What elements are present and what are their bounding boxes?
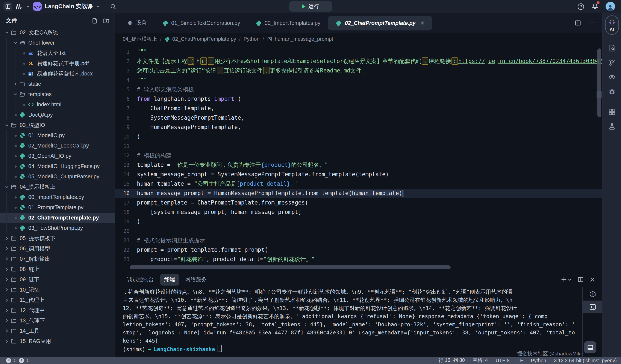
close-panel-icon[interactable] [590, 277, 595, 282]
status-item[interactable]: 行 16, 列 80 [438, 357, 465, 364]
tree-folder-static[interactable]: static [0, 79, 115, 89]
shell-session-item[interactable]: $ [583, 288, 602, 301]
terminal-session-item[interactable] [583, 301, 602, 313]
errors-count[interactable]: 0 [14, 358, 17, 363]
code-line-16[interactable]: 16human_message_prompt = HumanMessagePro… [115, 189, 602, 198]
avatar[interactable] [605, 2, 615, 11]
tree-folder-06_调用模型[interactable]: 06_调用模型 [0, 243, 115, 254]
code-line-6[interactable]: 6from langchain.prompts import ( [115, 94, 602, 104]
workspace-chevron-icon[interactable] [26, 4, 30, 9]
ai-assistant-button[interactable]: AI [605, 16, 619, 35]
editor-tab-00_ImportTemplates.py[interactable]: 00_ImportTemplates.py [248, 16, 328, 30]
code-line-21[interactable]: 21# 格式化提示消息生成提示 [115, 236, 602, 245]
code-line-13[interactable]: 13template = "你是一位专业顾问，负责为专注于{product}的公… [115, 160, 602, 170]
search-icon[interactable] [110, 3, 117, 10]
chevron-right-icon[interactable] [3, 329, 10, 333]
terminal-output[interactable]: ，符合创新鲜花设计的特点。\n8. **花之创艺坊**: 明确了公司专注于鲜花创… [115, 287, 582, 357]
errors-icon[interactable]: ✕ [6, 358, 11, 363]
status-item[interactable]: UTF-8 [496, 358, 510, 363]
status-item[interactable]: 3.12.2 64-bit ('shims': pyenv) [554, 358, 617, 363]
code-line-12[interactable]: 12# 模板的构建 [115, 151, 602, 160]
code-line-20[interactable]: 20 [115, 226, 602, 236]
breadcrumb[interactable]: 04_提示模板上/02_ChatPromptTemplate.py/Python… [115, 33, 602, 45]
status-item[interactable]: LF [517, 358, 523, 363]
tree-file-花语大全.txt[interactable]: 花语大全.txt [0, 48, 115, 58]
code-line-9[interactable]: 9 HumanMessagePromptTemplate, [115, 123, 602, 132]
new-folder-icon[interactable] [103, 17, 109, 24]
code-line-5[interactable]: 5# 导入聊天消息类模板 [115, 85, 602, 94]
toggle-panel-button[interactable] [584, 341, 596, 353]
tree-file-04_ModelIO_HuggingFace.py[interactable]: 04_ModelIO_HuggingFace.py [0, 161, 115, 172]
breadcrumb-item[interactable]: 04_提示模板上 [123, 35, 157, 43]
tree-file-02_ChatPromptTemplate.py[interactable]: 02_ChatPromptTemplate.py [0, 213, 115, 223]
panel-tab-调试控制台[interactable]: 调试控制台 [123, 274, 158, 285]
tree-file-00_ImportTemplates.py[interactable]: 00_ImportTemplates.py [0, 192, 115, 202]
tree-file-02_ModelIO_LoopCall.py[interactable]: 02_ModelIO_LoopCall.py [0, 141, 115, 151]
code-line-3[interactable]: 3您可以点击最上方的“运行”按钮，直接运行该文件；更多操作指引请参考Readme… [115, 66, 602, 76]
chevron-right-icon[interactable] [3, 267, 10, 271]
split-editor-icon[interactable] [575, 20, 581, 26]
code-line-11[interactable]: 11 [115, 142, 602, 151]
chevron-down-icon[interactable] [12, 92, 19, 96]
code-line-7[interactable]: 7 ChatPromptTemplate, [115, 104, 602, 113]
file-search-icon[interactable] [608, 44, 616, 52]
chevron-right-icon[interactable] [3, 318, 10, 323]
tree-file-03_FewShotPrompt.py[interactable]: 03_FewShotPrompt.py [0, 223, 115, 233]
tree-folder-14_工具[interactable]: 14_工具 [0, 326, 115, 336]
editor-tab-01_SimpleTextGeneration.py[interactable]: 01_SimpleTextGeneration.py [155, 16, 248, 30]
tree-folder-13_代理下[interactable]: 13_代理下 [0, 316, 115, 326]
new-terminal-icon[interactable] [561, 277, 567, 283]
tree-folder-09_链下[interactable]: 09_链下 [0, 274, 115, 285]
code-line-14[interactable]: 14system_message_prompt = SystemMessageP… [115, 170, 602, 179]
chevron-right-icon[interactable] [3, 277, 10, 282]
status-item[interactable]: 空格: 4 [472, 357, 488, 364]
chevron-down-icon[interactable] [3, 123, 10, 127]
breadcrumb-item[interactable]: Python [243, 36, 260, 42]
chevron-down-icon[interactable] [12, 41, 19, 45]
tree-folder-04_提示模板上[interactable]: 04_提示模板上 [0, 182, 115, 192]
project-icon[interactable]: </> [33, 2, 42, 11]
vertical-scrollbar[interactable] [597, 48, 601, 117]
tree-file-DocQA.py[interactable]: DocQA.py [0, 110, 115, 120]
project-chevron-icon[interactable] [96, 4, 100, 9]
breadcrumb-item[interactable]: human_message_prompt [267, 36, 333, 42]
tree-folder-11_代理上[interactable]: 11_代理上 [0, 295, 115, 305]
split-panel-icon[interactable] [578, 277, 584, 283]
extensions-icon[interactable] [608, 108, 616, 116]
code-line-10[interactable]: 10) [115, 132, 602, 142]
tree-folder-OneFlower[interactable]: OneFlower [0, 38, 115, 48]
editor-tab-02_ChatPromptTemplate.py[interactable]: 02_ChatPromptTemplate.py✕ [328, 16, 432, 30]
workspace-logo-icon[interactable] [15, 3, 23, 10]
panel-tab-终端[interactable]: 终端 [160, 274, 179, 285]
chevron-right-icon[interactable] [3, 308, 10, 313]
panel-tab-网络服务[interactable]: 网络服务 [181, 274, 211, 285]
code-line-23[interactable]: 23 product="鲜花装饰", product_detail="创新的鲜花… [115, 255, 602, 264]
warnings-icon[interactable]: ! [19, 358, 24, 363]
tree-file-易速鲜花运营指南.docx[interactable]: W易速鲜花运营指南.docx [0, 69, 115, 79]
tree-folder-05_提示模板下[interactable]: 05_提示模板下 [0, 233, 115, 243]
tree-file-01_PromptTemplate.py[interactable]: 01_PromptTemplate.py [0, 202, 115, 213]
tree-folder-10_记忆[interactable]: 10_记忆 [0, 285, 115, 295]
close-tab-icon[interactable]: ✕ [420, 20, 425, 26]
tree-folder-15_RAG应用[interactable]: 15_RAG应用 [0, 336, 115, 347]
project-title[interactable]: LangChain 实战课 [45, 2, 93, 10]
tree-folder-02_文档QA系统[interactable]: 02_文档QA系统 [0, 27, 115, 38]
tree-file-01_ModelIO.py[interactable]: 01_ModelIO.py [0, 130, 115, 141]
tree-file-03_OpenAI_IO.py[interactable]: 03_OpenAI_IO.py [0, 151, 115, 161]
code-line-4[interactable]: 4""" [115, 76, 602, 85]
chevron-right-icon[interactable] [3, 298, 10, 302]
tree-folder-07_解析输出[interactable]: 07_解析输出 [0, 254, 115, 264]
code-line-2[interactable]: 2本文件是【提示工程（上）：用少样本FewShotTemplate和Exampl… [115, 57, 602, 66]
chevron-right-icon[interactable] [3, 339, 10, 343]
breadcrumb-item[interactable]: 02_ChatPromptTemplate.py [165, 36, 236, 42]
code-line-8[interactable]: 8 SystemMessagePromptTemplate, [115, 113, 602, 123]
tree-folder-08_链上[interactable]: 08_链上 [0, 264, 115, 274]
code-line-17[interactable]: 17prompt_template = ChatPromptTemplate.f… [115, 198, 602, 207]
chevron-down-icon[interactable] [3, 31, 10, 35]
warnings-count[interactable]: 0 [27, 358, 30, 363]
status-item[interactable]: Python [531, 358, 546, 363]
notifications-button[interactable] [591, 2, 599, 11]
new-file-icon[interactable] [91, 17, 98, 24]
code-line-15[interactable]: 15human_template = "公司主打产品是{product_deta… [115, 179, 602, 189]
chevron-right-icon[interactable] [3, 247, 10, 251]
